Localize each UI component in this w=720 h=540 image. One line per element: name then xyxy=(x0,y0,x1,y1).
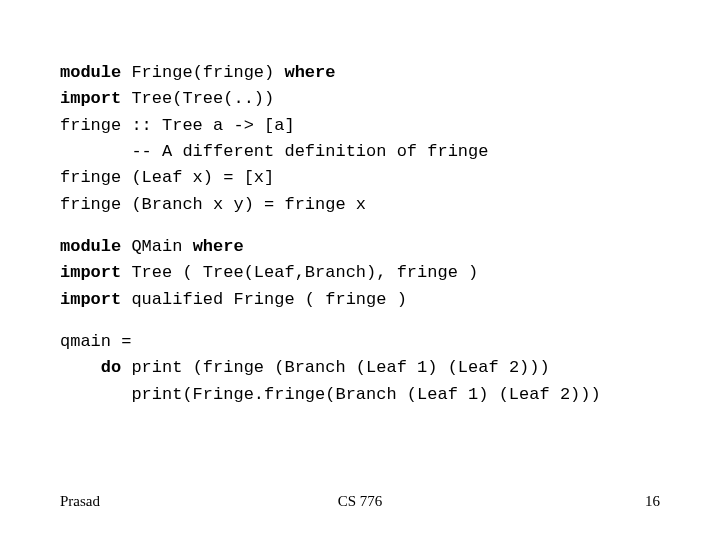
code-line: fringe (Branch x y) = fringe x xyxy=(60,192,660,218)
code-line: import Tree(Tree(..)) xyxy=(60,86,660,112)
slide-body: module Fringe(fringe) where import Tree(… xyxy=(0,0,720,408)
keyword-module: module xyxy=(60,63,121,82)
code-line: qmain = xyxy=(60,329,660,355)
code-text: Fringe(fringe) xyxy=(121,63,284,82)
keyword-where: where xyxy=(193,237,244,256)
code-line: do print (fringe (Branch (Leaf 1) (Leaf … xyxy=(60,355,660,381)
code-text: QMain xyxy=(121,237,192,256)
code-text: Tree(Tree(..)) xyxy=(121,89,274,108)
keyword-import: import xyxy=(60,290,121,309)
code-text: qualified Fringe ( fringe ) xyxy=(121,290,407,309)
code-line: module Fringe(fringe) where xyxy=(60,60,660,86)
spacer xyxy=(60,218,660,234)
spacer xyxy=(60,313,660,329)
footer-course: CS 776 xyxy=(0,493,720,510)
keyword-import: import xyxy=(60,89,121,108)
keyword-where: where xyxy=(284,63,335,82)
code-text: print (fringe (Branch (Leaf 1) (Leaf 2))… xyxy=(121,358,549,377)
code-line: fringe (Leaf x) = [x] xyxy=(60,165,660,191)
code-line: import qualified Fringe ( fringe ) xyxy=(60,287,660,313)
indent xyxy=(60,358,101,377)
code-line: print(Fringe.fringe(Branch (Leaf 1) (Lea… xyxy=(60,382,660,408)
keyword-do: do xyxy=(101,358,121,377)
code-line: import Tree ( Tree(Leaf,Branch), fringe … xyxy=(60,260,660,286)
code-line: fringe :: Tree a -> [a] xyxy=(60,113,660,139)
footer-page-number: 16 xyxy=(645,493,660,510)
code-line: module QMain where xyxy=(60,234,660,260)
keyword-import: import xyxy=(60,263,121,282)
code-line: -- A different definition of fringe xyxy=(60,139,660,165)
code-text: Tree ( Tree(Leaf,Branch), fringe ) xyxy=(121,263,478,282)
keyword-module: module xyxy=(60,237,121,256)
